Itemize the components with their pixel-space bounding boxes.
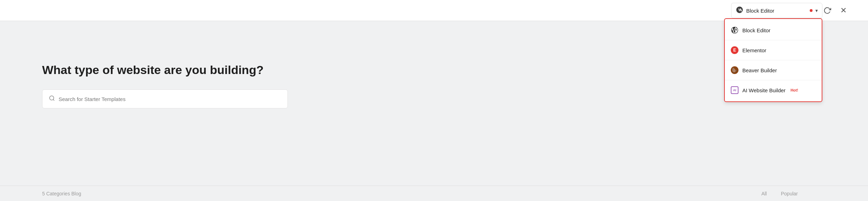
page-builder-dropdown-trigger[interactable]: Block Editor ▾	[731, 3, 822, 18]
filter-popular[interactable]: Popular	[781, 191, 798, 196]
dropdown-item-elementor[interactable]: E Elementor	[725, 42, 822, 59]
block-editor-label: Block Editor	[742, 27, 770, 33]
active-dot	[810, 9, 813, 12]
beaver-builder-icon: 🦫	[730, 66, 739, 74]
dropdown-trigger-label: Block Editor	[746, 8, 807, 14]
beaver-builder-label: Beaver Builder	[742, 67, 777, 73]
main-heading: What type of website are you building?	[42, 63, 264, 77]
chevron-down-icon: ▾	[815, 8, 818, 13]
elementor-label: Elementor	[742, 47, 766, 53]
wordpress-logo-trigger	[736, 6, 743, 15]
svg-line-2	[53, 99, 54, 100]
divider-3	[725, 80, 822, 80]
dropdown-item-ai-builder[interactable]: AI AI Website Builder Hot!	[725, 82, 822, 99]
search-icon	[49, 95, 55, 103]
hot-badge: Hot!	[790, 88, 798, 92]
divider-1	[725, 40, 822, 40]
ai-builder-label: AI Website Builder	[742, 87, 786, 93]
filter-all[interactable]: All	[761, 191, 767, 196]
bottom-right-filters: All Popular	[761, 191, 798, 196]
search-input[interactable]	[59, 96, 281, 102]
svg-point-1	[49, 96, 54, 100]
refresh-icon[interactable]	[822, 5, 833, 16]
bottom-left-text: 5 Categories Blog	[42, 191, 81, 196]
divider-2	[725, 60, 822, 60]
bottom-bar: 5 Categories Blog All Popular	[0, 186, 868, 201]
dropdown-item-beaver-builder[interactable]: 🦫 Beaver Builder	[725, 62, 822, 79]
close-button[interactable]: ✕	[838, 5, 849, 16]
ai-builder-icon: AI	[730, 86, 739, 94]
page-builder-dropdown-menu: Block Editor E Elementor 🦫 Beaver Builde…	[724, 18, 822, 102]
elementor-icon: E	[730, 46, 739, 54]
wordpress-icon	[730, 26, 739, 34]
dropdown-item-block-editor[interactable]: Block Editor	[725, 22, 822, 39]
search-bar[interactable]	[42, 89, 288, 108]
